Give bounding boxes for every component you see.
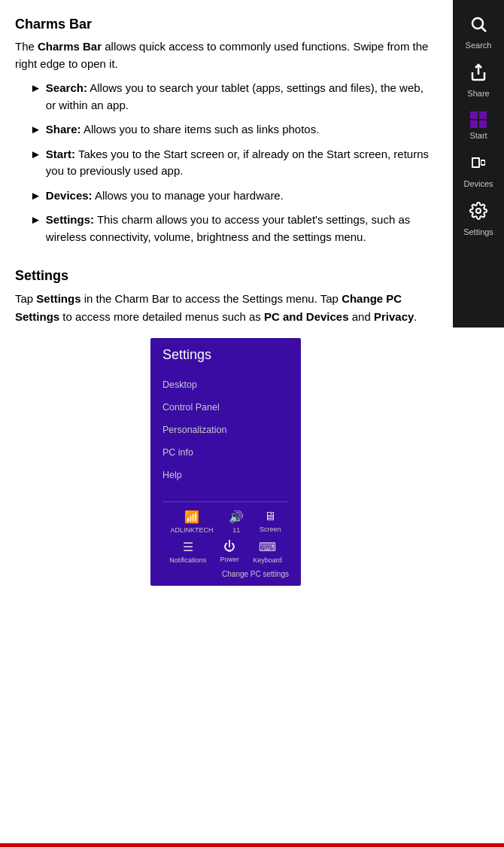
- bullet-arrow: ►: [30, 146, 41, 163]
- svg-rect-6: [481, 161, 484, 164]
- screen-icon: 🖥: [264, 510, 276, 523]
- bullet-arrow: ►: [30, 121, 41, 139]
- bullet-arrow: ►: [30, 187, 41, 205]
- charm-search[interactable]: Search: [453, 8, 504, 56]
- bullet-text-settings: Settings: This charm allows you to acces…: [46, 212, 436, 245]
- icon-row-1: 📶 ADLINKTECH 🔊 11 🖥 Screen: [162, 510, 289, 534]
- volume-icon: 🔊: [229, 510, 244, 524]
- notifications-label: Notifications: [169, 556, 206, 564]
- share-icon: [469, 63, 487, 86]
- charms-bar-heading: Charms Bar: [15, 17, 436, 32]
- icon-item-volume: 🔊 11: [229, 510, 244, 534]
- svg-rect-4: [473, 159, 478, 166]
- volume-label: 11: [232, 526, 240, 534]
- search-icon: [469, 15, 487, 38]
- settings-bottom-icons: 📶 ADLINKTECH 🔊 11 🖥 Screen: [162, 501, 289, 578]
- bullet-arrow: ►: [30, 212, 41, 229]
- bullet-text-share: Share: Allows you to share items such as…: [46, 121, 320, 139]
- settings-heading: Settings: [15, 268, 436, 284]
- settings-intro: Tap Settings in the Charm Bar to access …: [15, 290, 436, 326]
- charms-bar: Search Share Start: [453, 0, 504, 328]
- settings-menu-item-pc-info: PC info: [162, 441, 289, 464]
- svg-line-1: [482, 28, 487, 32]
- settings-menu-item-help: Help: [162, 464, 289, 486]
- power-label: Power: [220, 556, 239, 563]
- charm-start-label: Start: [469, 131, 487, 140]
- bullet-text-devices: Devices: Allows you to manage your hardw…: [46, 187, 284, 205]
- icon-row-2: ☰ Notifications ⏻ Power ⌨ Keyboard: [162, 540, 289, 564]
- settings-menu-item-personalization: Personalization: [162, 419, 289, 441]
- charm-devices[interactable]: Devices: [453, 146, 504, 194]
- bullet-text-search: Search: Allows you to search your tablet…: [46, 80, 436, 114]
- devices-icon: [469, 154, 487, 176]
- notifications-icon: ☰: [183, 540, 193, 554]
- wifi-icon: 📶: [184, 510, 199, 524]
- bottom-red-bar: [0, 843, 504, 847]
- settings-menu-item-control-panel: Control Panel: [162, 396, 289, 419]
- list-item: ► Search: Allows you to search your tabl…: [30, 80, 436, 114]
- icon-item-adlinktech: 📶 ADLINKTECH: [170, 510, 213, 534]
- bullet-list: ► Search: Allows you to search your tabl…: [15, 80, 436, 245]
- settings-menu-item-desktop: Desktop: [162, 373, 289, 396]
- adlinktech-label: ADLINKTECH: [170, 526, 213, 534]
- main-content: Charms Bar The Charms Bar allows quick a…: [0, 0, 451, 601]
- settings-icon: [469, 202, 487, 224]
- bullet-text-start: Start: Takes you to the Start screen or,…: [46, 146, 436, 180]
- keyboard-icon: ⌨: [259, 540, 276, 554]
- change-pc-settings: Change PC settings: [162, 570, 289, 578]
- icon-item-screen: 🖥 Screen: [260, 510, 281, 534]
- settings-screenshot-title: Settings: [162, 347, 289, 363]
- icon-item-keyboard: ⌨ Keyboard: [253, 540, 282, 564]
- screen-label: Screen: [260, 526, 281, 533]
- power-icon: ⏻: [223, 540, 235, 553]
- charm-share[interactable]: Share: [453, 56, 504, 104]
- list-item: ► Start: Takes you to the Start screen o…: [30, 146, 436, 180]
- charm-search-label: Search: [466, 41, 492, 50]
- svg-point-0: [472, 18, 483, 29]
- charm-devices-label: Devices: [463, 179, 493, 188]
- charm-settings[interactable]: Settings: [453, 194, 504, 242]
- charm-start[interactable]: Start: [453, 104, 504, 146]
- charm-settings-label: Settings: [463, 227, 493, 236]
- icon-item-notifications: ☰ Notifications: [169, 540, 206, 564]
- keyboard-label: Keyboard: [253, 556, 282, 564]
- settings-section: Settings Tap Settings in the Charm Bar t…: [15, 268, 436, 586]
- list-item: ► Share: Allows you to share items such …: [30, 121, 436, 139]
- charm-share-label: Share: [467, 89, 489, 98]
- windows-logo-icon: [470, 111, 487, 128]
- settings-screenshot-container: Settings Desktop Control Panel Personali…: [15, 338, 436, 586]
- svg-point-7: [476, 209, 481, 213]
- icon-item-power: ⏻ Power: [220, 540, 239, 564]
- list-item: ► Settings: This charm allows you to acc…: [30, 212, 436, 245]
- charms-bar-intro: The Charms Bar allows quick access to co…: [15, 38, 436, 72]
- list-item: ► Devices: Allows you to manage your har…: [30, 187, 436, 205]
- settings-screenshot: Settings Desktop Control Panel Personali…: [150, 338, 301, 586]
- bullet-arrow: ►: [30, 80, 41, 97]
